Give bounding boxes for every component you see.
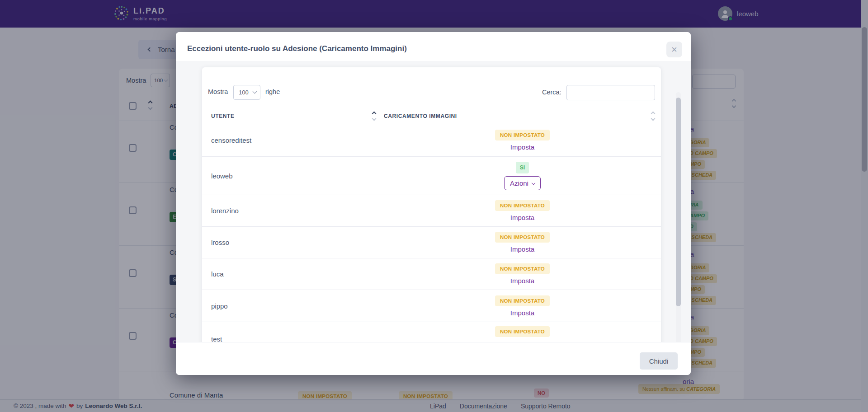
- status-badge: NON IMPOSTATO: [495, 130, 550, 140]
- table-row: censoreditest NON IMPOSTATO Imposta: [202, 124, 661, 157]
- search-label: Cerca:: [542, 89, 561, 96]
- username-cell: pippo: [202, 302, 384, 310]
- table-row: lorenzino NON IMPOSTATO Imposta: [202, 195, 661, 227]
- column-header-caricamento-immagini: CARICAMENTO IMMAGINI: [384, 113, 457, 119]
- table-row: lrosso NON IMPOSTATO Imposta: [202, 227, 661, 258]
- sort-icons-utente[interactable]: [373, 112, 376, 120]
- status-badge: SI: [516, 162, 529, 173]
- sort-icons-caricamento[interactable]: [651, 112, 655, 120]
- username-cell: leoweb: [202, 172, 384, 180]
- username-cell: lrosso: [202, 239, 384, 246]
- imposta-link[interactable]: Imposta: [510, 309, 534, 317]
- username-cell: test: [202, 322, 384, 342]
- status-badge: NON IMPOSTATO: [495, 326, 550, 337]
- modal-close-button[interactable]: ×: [666, 42, 682, 57]
- status-badge: NON IMPOSTATO: [495, 295, 550, 306]
- chiudi-button[interactable]: Chiudi: [640, 352, 678, 370]
- imposta-link[interactable]: Imposta: [510, 214, 534, 221]
- azioni-button[interactable]: Azioni: [504, 176, 541, 190]
- modal-dialog: Eccezioni utente-ruolo su Adesione (Cari…: [176, 32, 691, 375]
- imposta-link[interactable]: Imposta: [510, 245, 534, 253]
- mostra-label: Mostra: [208, 88, 228, 95]
- table-header-row: UTENTE CARICAMENTO IMMAGINI: [202, 108, 661, 124]
- rows-per-page-select[interactable]: 100: [233, 85, 260, 100]
- table-row: test NON IMPOSTATO: [202, 322, 661, 342]
- column-header-utente: UTENTE: [211, 113, 235, 119]
- username-cell: luca: [202, 270, 384, 278]
- modal-search-input[interactable]: [566, 85, 655, 100]
- modal-scrollbar-thumb[interactable]: [676, 98, 681, 306]
- status-badge: NON IMPOSTATO: [495, 200, 550, 211]
- status-badge: NON IMPOSTATO: [495, 263, 550, 274]
- exceptions-card: Mostra 100 righe Cerca: UTENTE CARICAMEN…: [202, 67, 661, 342]
- table-row: leoweb SI Azioni: [202, 157, 661, 195]
- modal-body: Mostra 100 righe Cerca: UTENTE CARICAMEN…: [176, 61, 691, 342]
- modal-footer: Chiudi: [176, 342, 691, 375]
- exceptions-table: censoreditest NON IMPOSTATO Imposta leow…: [202, 124, 661, 342]
- modal-scrollbar[interactable]: [676, 92, 681, 342]
- table-row: luca NON IMPOSTATO Imposta: [202, 258, 661, 290]
- modal-header: Eccezioni utente-ruolo su Adesione (Cari…: [176, 32, 691, 61]
- username-cell: censoreditest: [202, 136, 384, 144]
- rows-per-page-value: 100: [239, 89, 249, 96]
- chevron-down-icon: [253, 89, 257, 94]
- imposta-link[interactable]: Imposta: [510, 277, 534, 285]
- table-row: pippo NON IMPOSTATO Imposta: [202, 290, 661, 322]
- close-icon: ×: [671, 45, 677, 55]
- chevron-down-icon: [532, 181, 535, 185]
- righe-label: righe: [265, 88, 280, 95]
- status-badge: NON IMPOSTATO: [495, 232, 550, 243]
- imposta-link[interactable]: Imposta: [510, 143, 534, 151]
- username-cell: lorenzino: [202, 207, 384, 215]
- modal-title: Eccezioni utente-ruolo su Adesione (Cari…: [187, 44, 407, 53]
